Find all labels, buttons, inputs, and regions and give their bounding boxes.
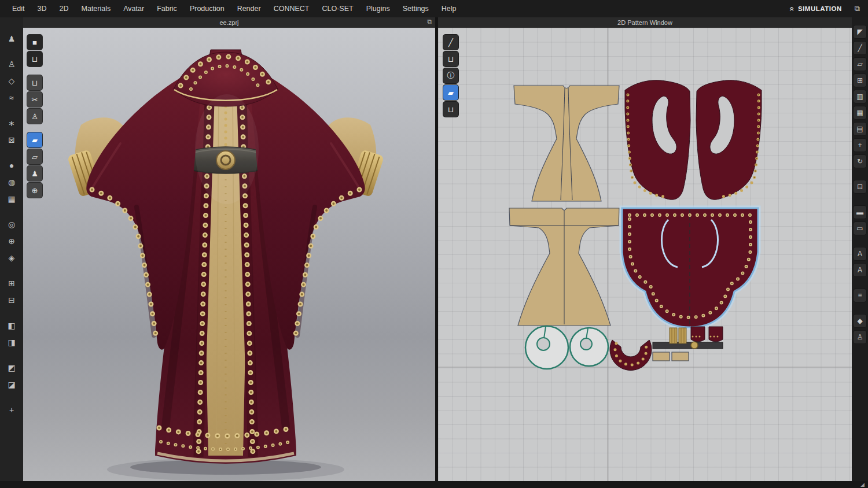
fabric-view-active-icon[interactable]: ▰ xyxy=(27,132,42,147)
icon-glyph: ⊔ xyxy=(448,55,454,64)
globe-grid-icon[interactable]: ⊕ xyxy=(4,234,19,249)
pattern-garment-icon[interactable]: ⊔ xyxy=(443,51,458,66)
edit-pattern-icon[interactable]: ╱ xyxy=(854,42,866,54)
pattern-shirt-icon[interactable]: ⊔ xyxy=(443,102,458,117)
menu-2d[interactable]: 2D xyxy=(53,2,75,15)
avatar-bounding-icon[interactable]: ⊠ xyxy=(4,132,19,147)
pattern-canvas[interactable] xyxy=(438,28,852,481)
grading-list-icon[interactable]: ≡ xyxy=(854,289,866,302)
pattern-sleeve-panel[interactable] xyxy=(509,208,619,326)
icon-glyph: ⓘ xyxy=(447,71,455,81)
create-pattern-icon[interactable]: ▱ xyxy=(854,58,866,71)
layer-back-icon[interactable]: ⊟ xyxy=(4,293,19,308)
grid-tool-icon[interactable]: ▦ xyxy=(854,106,866,119)
pattern-cuff-pieces[interactable] xyxy=(670,328,686,343)
fabric-view-icon[interactable]: ▱ xyxy=(27,149,42,164)
viewport-layout-3-icon[interactable]: ◩ xyxy=(4,360,19,375)
icon-glyph: ◆ xyxy=(857,317,862,325)
menu-help[interactable]: Help xyxy=(435,2,463,15)
font-style-icon[interactable]: A xyxy=(854,264,866,276)
pattern-belt-tabs[interactable] xyxy=(653,352,689,361)
text-tool-icon[interactable]: A xyxy=(854,247,866,260)
view-cube-icon[interactable]: ■ xyxy=(27,35,42,50)
icon-glyph: ▥ xyxy=(856,93,863,101)
avatar-pattern-icon[interactable]: ♙ xyxy=(854,331,866,343)
pattern-info-icon[interactable]: ⓘ xyxy=(443,68,458,83)
fabric-transform-icon[interactable]: ◆ xyxy=(854,315,866,327)
menu-3d[interactable]: 3D xyxy=(31,2,53,15)
pattern-collar-crescent[interactable] xyxy=(610,340,652,370)
garment-toggle-icon[interactable]: ⊔ xyxy=(27,51,42,66)
main-menu: Edit3D2DMaterialsAvatarFabricProductionR… xyxy=(6,2,463,15)
pattern-back-left[interactable] xyxy=(625,80,690,199)
menu-connect[interactable]: CONNECT xyxy=(267,2,316,15)
avatar-toggle-icon[interactable]: ♙ xyxy=(27,109,42,124)
menu-plugins[interactable]: Plugins xyxy=(360,2,396,15)
mannequin-icon[interactable]: ♟ xyxy=(27,166,42,181)
notch-tool-icon[interactable]: ▤ xyxy=(854,123,866,135)
show-garment-icon[interactable]: ⊔ xyxy=(27,75,42,90)
clone-pattern-icon[interactable]: ⊞ xyxy=(854,74,866,87)
icon-glyph: ♙ xyxy=(857,333,863,341)
seam-tool-icon[interactable]: ✂ xyxy=(27,92,42,107)
pattern-front-bodice[interactable] xyxy=(514,86,619,201)
icon-glyph: ⊠ xyxy=(8,135,15,145)
menu-render[interactable]: Render xyxy=(231,2,267,15)
lock-diamond-icon[interactable]: ◈ xyxy=(4,250,19,265)
viewport-layout-4-icon[interactable]: ◪ xyxy=(4,377,19,392)
viewport-layout-2-icon[interactable]: ◨ xyxy=(4,335,19,350)
pin-icon[interactable]: + xyxy=(4,402,19,417)
pattern-belt-strip[interactable] xyxy=(653,342,723,349)
corner-resize-icon[interactable]: ◢ xyxy=(860,482,865,487)
avatar-tape-icon[interactable]: ≈ xyxy=(4,90,19,105)
checkerboard-texture-icon[interactable]: ▦ xyxy=(4,191,19,206)
menu-materials[interactable]: Materials xyxy=(75,2,117,15)
tape-measure-icon[interactable]: ▭ xyxy=(854,222,866,235)
ruler-icon[interactable]: ▬ xyxy=(854,206,866,219)
avatar-size-icon[interactable]: ◇ xyxy=(4,73,19,88)
float-window-icon[interactable]: ⧉ xyxy=(427,18,432,25)
library-panel-icon[interactable]: ⧉ xyxy=(855,4,860,13)
dart-tool-icon[interactable]: + xyxy=(854,139,866,151)
garment-3d-render[interactable] xyxy=(23,28,435,481)
menu-fabric[interactable]: Fabric xyxy=(150,2,183,15)
avatar-arrange-point-icon[interactable]: ∗ xyxy=(4,116,19,131)
menu-production[interactable]: Production xyxy=(183,2,231,15)
workspace: ♟♙◇≈∗⊠●◍▦◎⊕◈⊞⊟◧◨◩◪+ ee.zprj ⧉ ■⊔⊔✂♙▰▱♟⊕ xyxy=(0,17,868,481)
icon-glyph: ◍ xyxy=(8,178,15,187)
menu-avatar[interactable]: Avatar xyxy=(117,2,150,15)
statusbar: ◢ xyxy=(0,481,868,488)
pattern-trim-bits[interactable] xyxy=(691,327,723,342)
icon-glyph: ▤ xyxy=(856,125,863,133)
unfold-tool-icon[interactable]: ↻ xyxy=(854,155,866,168)
menu-edit[interactable]: Edit xyxy=(6,2,31,15)
viewport-layout-1-icon[interactable]: ◧ xyxy=(4,318,19,333)
simulation-button[interactable]: » SIMULATION xyxy=(789,4,842,13)
pattern-fabric-active-icon[interactable]: ▰ xyxy=(443,85,458,100)
trace-tool-icon[interactable]: ▥ xyxy=(854,90,866,103)
layer-clone-icon[interactable]: ⊟ xyxy=(854,180,866,193)
render-sphere-icon[interactable]: ● xyxy=(4,158,19,173)
icon-glyph: + xyxy=(9,405,14,415)
icon-glyph: ♙ xyxy=(8,60,16,69)
pattern-2d-viewport[interactable]: ╱⊔ⓘ▰⊔ xyxy=(438,28,852,481)
chest-highlight xyxy=(195,94,259,204)
aim-sphere-icon[interactable]: ◎ xyxy=(4,217,19,232)
select-tool-icon[interactable]: ◤ xyxy=(854,25,866,38)
stitch-pen-icon[interactable]: ╱ xyxy=(443,35,458,50)
avatar-show-icon[interactable]: ♟ xyxy=(4,31,19,46)
hair-material-icon[interactable]: ◍ xyxy=(4,175,19,190)
menu-clo-set[interactable]: CLO-SET xyxy=(315,2,359,15)
pattern-collar-ring-small[interactable] xyxy=(570,328,608,366)
menu-settings[interactable]: Settings xyxy=(396,2,435,15)
garment-window-titlebar: ee.zprj ⧉ xyxy=(23,17,435,28)
layer-front-icon[interactable]: ⊞ xyxy=(4,276,19,291)
icon-glyph: + xyxy=(858,141,862,149)
icon-glyph: ⊞ xyxy=(8,279,15,288)
pattern-robe-body-selected[interactable] xyxy=(622,208,758,327)
avatar-pose-icon[interactable]: ♙ xyxy=(4,57,19,72)
garment-3d-viewport[interactable]: ■⊔⊔✂♙▰▱♟⊕ xyxy=(23,28,435,481)
pattern-collar-ring-large[interactable] xyxy=(525,326,568,369)
pattern-back-right[interactable] xyxy=(696,80,762,199)
world-icon[interactable]: ⊕ xyxy=(27,183,42,198)
